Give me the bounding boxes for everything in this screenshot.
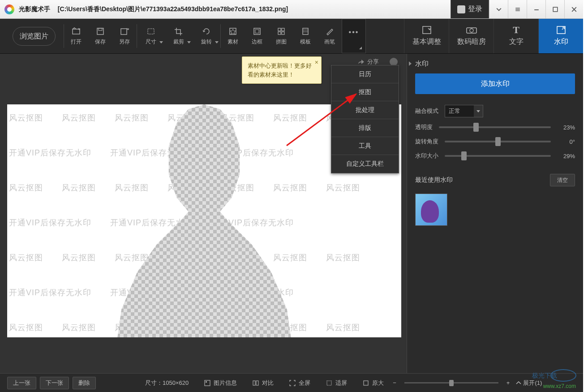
tab-basic-adjust[interactable]: 基本调整 (404, 19, 449, 53)
text-icon: T (511, 26, 522, 34)
blend-mode-select[interactable]: 正常 (445, 105, 483, 117)
svg-rect-17 (303, 28, 308, 34)
svg-text:极光下载: 极光下载 (532, 372, 557, 379)
svg-rect-0 (515, 8, 520, 8)
svg-rect-12 (255, 30, 259, 33)
fit-icon (326, 379, 333, 387)
add-watermark-button[interactable]: 添加水印 (415, 73, 575, 94)
collage-button[interactable]: 拼图 (269, 19, 293, 53)
watermark-icon (555, 26, 567, 34)
original-size-button[interactable]: 原大 (362, 379, 384, 387)
next-image-button[interactable]: 下一张 (40, 377, 69, 389)
svg-rect-9 (148, 29, 154, 34)
crop-button[interactable]: 裁剪 (165, 19, 193, 53)
save-button[interactable]: 保存 (88, 19, 112, 53)
more-tools-dropdown: 日历 抠图 批处理 排版 工具 自定义工具栏 (331, 65, 399, 173)
svg-rect-5 (73, 29, 80, 34)
chevron-right-icon (409, 61, 412, 66)
template-icon (300, 26, 310, 36)
brush-icon (325, 26, 335, 36)
svg-rect-15 (278, 32, 281, 34)
maximize-button[interactable] (545, 0, 564, 18)
svg-rect-8 (121, 29, 127, 34)
saveas-button[interactable]: 另存 (112, 19, 137, 53)
panel-title: 水印 (407, 54, 583, 73)
tab-watermark[interactable]: 水印 (538, 19, 583, 53)
size-button[interactable]: 尺寸 (137, 19, 165, 53)
rotate-button[interactable]: 旋转 (193, 19, 220, 53)
login-label: 登录 (468, 4, 482, 14)
opacity-slider[interactable] (439, 123, 551, 132)
watermark-panel: 水印 添加水印 融合模式 正常 透明度 23% 旋转角度 0° 水印大小 29% (407, 54, 583, 373)
dropdown-item-calendar[interactable]: 日历 (331, 65, 399, 83)
brush-button[interactable]: 画笔 (318, 19, 342, 53)
compare-button[interactable]: 对比 (252, 379, 274, 387)
frame-icon (252, 26, 262, 36)
svg-rect-13 (278, 28, 281, 31)
browse-images-button[interactable]: 浏览图片 (13, 27, 56, 46)
svg-rect-2 (515, 10, 520, 11)
zoom-in-button[interactable]: + (506, 379, 510, 386)
zoom-out-button[interactable]: − (393, 379, 396, 386)
status-bar: 上一张 下一张 删除 尺寸：1050×620 图片信息 对比 全屏 适屏 原大 … (0, 373, 583, 392)
image-size-info: 尺寸：1050×620 (145, 379, 189, 387)
svg-rect-23 (205, 380, 210, 386)
svg-rect-1 (515, 9, 520, 9)
dropdown-item-tools[interactable]: 工具 (331, 137, 399, 155)
site-watermark-icon: 极光下载 (523, 369, 577, 382)
delete-image-button[interactable]: 删除 (73, 377, 96, 389)
scale-slider[interactable] (445, 151, 551, 160)
close-button[interactable] (564, 0, 583, 18)
dropdown-item-custom-toolbar[interactable]: 自定义工具栏 (331, 155, 399, 173)
window-title: 光影魔术手 [C:\Users\香香\Desktop\图片\e771393a22… (19, 5, 288, 13)
fullscreen-icon (289, 379, 296, 387)
tab-darkroom[interactable]: 数码暗房 (449, 19, 494, 53)
svg-rect-26 (256, 381, 258, 385)
app-logo-icon (4, 4, 14, 14)
svg-rect-11 (254, 28, 260, 34)
fit-screen-button[interactable]: 适屏 (326, 379, 347, 387)
dropdown-item-layout[interactable]: 排版 (331, 119, 399, 137)
fullscreen-button[interactable]: 全屏 (289, 379, 310, 387)
svg-rect-27 (327, 381, 331, 385)
prev-image-button[interactable]: 上一张 (7, 377, 36, 389)
opacity-value: 23% (557, 124, 575, 131)
avatar-icon (457, 5, 465, 13)
blend-mode-label: 融合模式 (415, 107, 438, 115)
material-update-popup: × 素材中心更新啦！更多好看的素材来这里！ (242, 56, 322, 84)
material-button[interactable]: 素材 (221, 19, 245, 53)
angle-label: 旋转角度 (415, 138, 438, 146)
more-tools-button[interactable]: ••• (342, 19, 366, 53)
image-info-button[interactable]: 图片信息 (204, 379, 237, 387)
canvas-area: 分享 风云抠图风云抠图风云抠图风云抠图风云抠图风云抠图风云抠图 开通VIP后保存… (0, 54, 407, 373)
svg-rect-16 (282, 32, 284, 34)
zoom-slider[interactable] (404, 380, 498, 386)
login-button[interactable]: 登录 (451, 0, 489, 18)
template-button[interactable]: 模板 (293, 19, 318, 53)
open-button[interactable]: 打开 (64, 19, 88, 53)
settings-window-button[interactable] (508, 0, 527, 18)
popup-text: 素材中心更新啦！更多好看的素材来这里！ (248, 62, 312, 78)
recent-watermark-thumb[interactable] (415, 194, 447, 226)
basic-adjust-icon (421, 26, 433, 34)
minimize-button[interactable] (527, 0, 545, 18)
angle-slider[interactable] (445, 137, 551, 146)
popup-close-button[interactable]: × (315, 58, 318, 67)
chevron-up-icon (516, 381, 521, 385)
save-icon (95, 26, 105, 36)
dropdown-window-button[interactable] (489, 0, 508, 18)
dropdown-item-batch[interactable]: 批处理 (331, 101, 399, 119)
clear-recent-button[interactable]: 清空 (550, 174, 575, 186)
darkroom-icon (466, 26, 477, 34)
svg-rect-4 (553, 7, 558, 12)
collage-icon (276, 26, 286, 36)
more-icon: ••• (349, 27, 359, 37)
recent-watermark-label: 最近使用水印 (415, 176, 453, 184)
frame-button[interactable]: 边框 (245, 19, 269, 53)
dropdown-item-cutout[interactable]: 抠图 (331, 83, 399, 101)
site-watermark-text: www.xz7.com (543, 383, 576, 389)
share-icon (357, 59, 365, 65)
size-icon (146, 26, 156, 36)
tab-text[interactable]: T文字 (494, 19, 538, 53)
title-bar: 光影魔术手 [C:\Users\香香\Desktop\图片\e771393a22… (0, 0, 583, 19)
